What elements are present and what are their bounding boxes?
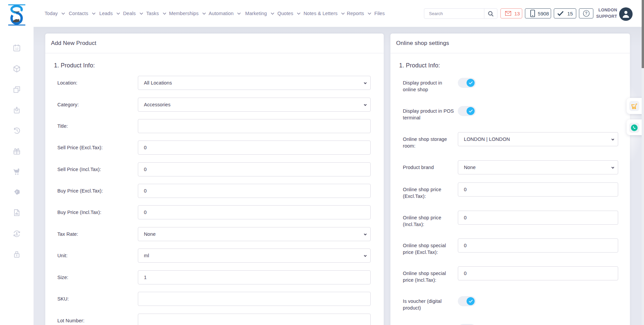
- svg-text:12: 12: [15, 47, 18, 50]
